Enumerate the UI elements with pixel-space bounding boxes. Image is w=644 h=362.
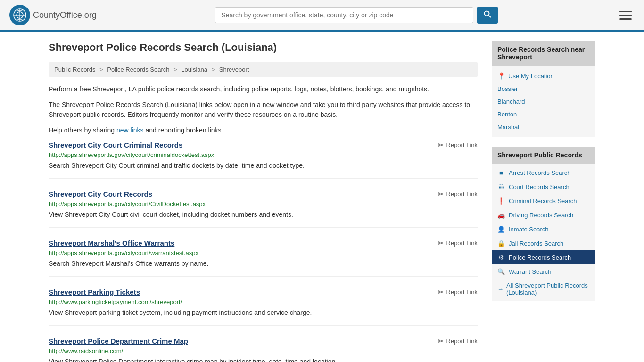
sidebar-record-warrant[interactable]: 🔍 Warrant Search bbox=[492, 264, 595, 279]
result-url-link[interactable]: http://apps.shreveportla.gov/citycourt/w… bbox=[49, 249, 478, 256]
record-label: Jail Records Search bbox=[509, 240, 563, 247]
search-input[interactable] bbox=[215, 7, 473, 23]
sidebar-public-content: ■ Arrest Records Search 🏛 Court Records … bbox=[492, 164, 595, 301]
result-description: View Shreveport Police Department intera… bbox=[49, 357, 478, 362]
sidebar-location-blanchard[interactable]: Blanchard bbox=[497, 95, 590, 108]
sidebar-nearby-title: Police Records Search near Shreveport bbox=[492, 41, 595, 66]
sidebar-nearby-content: 📍 Use My Location Bossier Blanchard Bent… bbox=[492, 66, 595, 137]
result-url-link[interactable]: http://apps.shreveportla.gov/citycourt/c… bbox=[49, 151, 478, 158]
sidebar-record-arrest[interactable]: ■ Arrest Records Search bbox=[492, 165, 595, 180]
logo-icon bbox=[9, 5, 30, 25]
result-title-link[interactable]: Shreveport City Court Records bbox=[49, 190, 152, 198]
sidebar-record-court[interactable]: 🏛 Court Records Search bbox=[492, 180, 595, 194]
search-button[interactable] bbox=[477, 7, 498, 24]
warrant-icon: 🔍 bbox=[497, 268, 505, 275]
svg-point-4 bbox=[485, 11, 489, 16]
menu-icon bbox=[619, 11, 632, 12]
location-label: Bossier bbox=[497, 85, 518, 92]
result-title-link[interactable]: Shreveport Parking Tickets bbox=[49, 288, 140, 296]
report-link-button[interactable]: ✂ Report Link bbox=[438, 239, 478, 247]
sidebar-record-driving[interactable]: 🚗 Driving Records Search bbox=[492, 208, 595, 222]
breadcrumb-link-public-records[interactable]: Public Records bbox=[54, 66, 95, 73]
logo-suffix: .org bbox=[82, 10, 97, 20]
report-link-label: Report Link bbox=[446, 141, 478, 148]
menu-button[interactable] bbox=[617, 8, 635, 23]
description-1: Perform a free Shreveport, LA public pol… bbox=[49, 84, 478, 94]
logo-county: CountyOffice bbox=[33, 10, 82, 20]
report-link-button[interactable]: ✂ Report Link bbox=[438, 141, 478, 149]
header: CountyOffice.org bbox=[0, 0, 644, 32]
menu-icon bbox=[619, 18, 632, 20]
result-description: Search Shreveport City Court criminal an… bbox=[49, 161, 478, 171]
location-label: Marshall bbox=[497, 123, 520, 131]
jail-icon: 🔒 bbox=[497, 239, 505, 247]
scissors-icon: ✂ bbox=[438, 190, 444, 198]
sidebar-location-bossier[interactable]: Bossier bbox=[497, 82, 590, 95]
sidebar-public-title: Shreveport Public Records bbox=[492, 147, 595, 164]
location-pin-icon: 📍 bbox=[497, 72, 505, 80]
use-my-location-label: Use My Location bbox=[508, 73, 554, 80]
result-url-link[interactable]: http://www.parkingticketpayment.com/shre… bbox=[49, 298, 478, 305]
description-3: Help others by sharing new links and rep… bbox=[49, 125, 478, 135]
result-header: Shreveport Marshal's Office Warrants ✂ R… bbox=[49, 239, 478, 247]
driving-icon: 🚗 bbox=[497, 211, 505, 219]
svg-line-5 bbox=[489, 16, 491, 18]
result-header: Shreveport City Court Criminal Records ✂… bbox=[49, 141, 478, 149]
record-label: Inmate Search bbox=[509, 226, 549, 233]
sidebar-location-benton[interactable]: Benton bbox=[497, 108, 590, 121]
breadcrumb-link-louisiana[interactable]: Louisiana bbox=[181, 66, 207, 73]
breadcrumb-current: Shreveport bbox=[219, 66, 249, 73]
sidebar-all-records-link[interactable]: → All Shreveport Public Records (Louisia… bbox=[492, 279, 595, 299]
search-icon bbox=[484, 10, 491, 18]
result-header: Shreveport City Court Records ✂ Report L… bbox=[49, 190, 478, 198]
sidebar: Police Records Search near Shreveport 📍 … bbox=[492, 41, 595, 362]
breadcrumb-separator: > bbox=[212, 66, 215, 73]
sidebar-record-jail[interactable]: 🔒 Jail Records Search bbox=[492, 236, 595, 250]
result-description: View Shreveport parking ticket system, i… bbox=[49, 308, 478, 318]
main-container: Shreveport Police Records Search (Louisi… bbox=[39, 32, 605, 362]
record-label: Criminal Records Search bbox=[509, 197, 577, 205]
result-title-link[interactable]: Shreveport Marshal's Office Warrants bbox=[49, 239, 174, 247]
breadcrumb-separator: > bbox=[99, 66, 103, 73]
result-item: Shreveport City Court Records ✂ Report L… bbox=[49, 190, 478, 228]
sidebar-public-section: Shreveport Public Records ■ Arrest Recor… bbox=[492, 147, 595, 301]
result-url-link[interactable]: http://apps.shreveportla.gov/citycourt/C… bbox=[49, 200, 478, 207]
report-link-button[interactable]: ✂ Report Link bbox=[438, 190, 478, 198]
scissors-icon: ✂ bbox=[438, 239, 444, 247]
inmate-icon: 👤 bbox=[497, 225, 505, 233]
report-link-button[interactable]: ✂ Report Link bbox=[438, 288, 478, 296]
result-header: Shreveport Parking Tickets ✂ Report Link bbox=[49, 288, 478, 296]
search-area bbox=[215, 7, 498, 24]
use-my-location-link[interactable]: 📍 Use My Location bbox=[497, 69, 590, 82]
police-icon: ⚙ bbox=[497, 254, 505, 261]
report-link-label: Report Link bbox=[446, 239, 478, 247]
sidebar-location-marshall[interactable]: Marshall bbox=[497, 121, 590, 133]
result-url-link[interactable]: http://www.raidsonline.com/ bbox=[49, 347, 478, 354]
content-area: Shreveport Police Records Search (Louisi… bbox=[49, 41, 478, 362]
breadcrumb: Public Records > Police Records Search >… bbox=[49, 62, 478, 77]
result-item: Shreveport Parking Tickets ✂ Report Link… bbox=[49, 288, 478, 326]
record-label: Arrest Records Search bbox=[509, 169, 571, 176]
sidebar-record-criminal[interactable]: ❗ Criminal Records Search bbox=[492, 194, 595, 208]
report-link-label: Report Link bbox=[446, 190, 478, 197]
breadcrumb-separator: > bbox=[173, 66, 177, 73]
all-records-label: All Shreveport Public Records (Louisiana… bbox=[506, 282, 590, 296]
breadcrumb-link-police-records[interactable]: Police Records Search bbox=[107, 66, 169, 73]
result-description: View Shreveport City Court civil court d… bbox=[49, 210, 478, 220]
result-item: Shreveport City Court Criminal Records ✂… bbox=[49, 141, 478, 179]
result-header: Shreveport Police Department Crime Map ✂… bbox=[49, 337, 478, 346]
menu-icon bbox=[619, 15, 632, 16]
sidebar-nearby-section: Police Records Search near Shreveport 📍 … bbox=[492, 41, 595, 137]
description-2: The Shreveport Police Records Search (Lo… bbox=[49, 100, 478, 120]
criminal-icon: ❗ bbox=[497, 197, 505, 205]
location-label: Benton bbox=[497, 111, 517, 118]
result-title-link[interactable]: Shreveport City Court Criminal Records bbox=[49, 141, 182, 149]
logo-text[interactable]: CountyOffice.org bbox=[33, 10, 97, 20]
page-title: Shreveport Police Records Search (Louisi… bbox=[49, 41, 478, 55]
new-links-link[interactable]: new links bbox=[116, 126, 144, 134]
result-title-link[interactable]: Shreveport Police Department Crime Map bbox=[49, 337, 188, 345]
report-link-button[interactable]: ✂ Report Link bbox=[438, 337, 478, 346]
sidebar-record-inmate[interactable]: 👤 Inmate Search bbox=[492, 222, 595, 236]
result-item: Shreveport Marshal's Office Warrants ✂ R… bbox=[49, 239, 478, 277]
sidebar-record-police[interactable]: ⚙ Police Records Search bbox=[492, 250, 595, 264]
